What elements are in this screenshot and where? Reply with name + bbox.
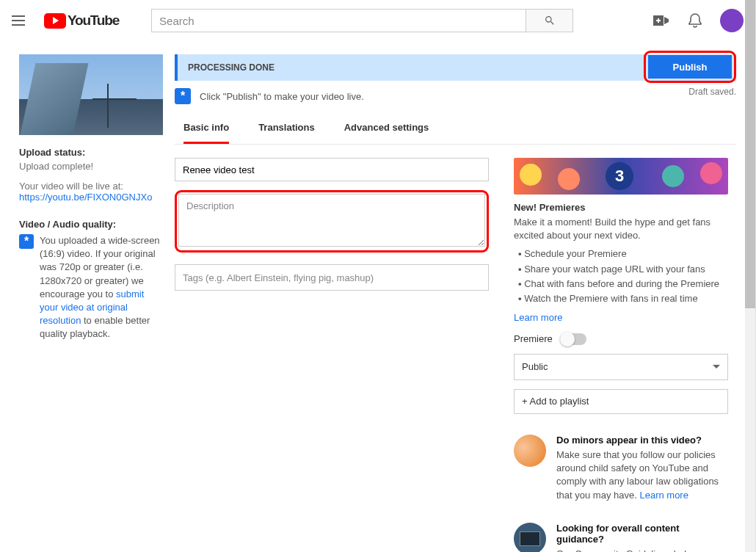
premieres-banner: 3 bbox=[514, 158, 728, 195]
video-quality-heading: Video / Audio quality: bbox=[19, 219, 163, 230]
tabs-bar: Basic info Translations Advanced setting… bbox=[175, 113, 736, 145]
publish-button[interactable]: Publish bbox=[648, 55, 732, 79]
hamburger-menu-icon[interactable] bbox=[12, 12, 29, 29]
video-description-input[interactable] bbox=[178, 194, 485, 247]
premieres-text: Make it a moment! Build the hype and get… bbox=[514, 216, 728, 242]
search-button[interactable] bbox=[526, 9, 573, 32]
search-form bbox=[151, 9, 573, 32]
minors-heading: Do minors appear in this video? bbox=[556, 435, 728, 446]
upload-status-text: Upload complete! bbox=[19, 161, 163, 172]
premieres-learn-more-link[interactable]: Learn more bbox=[514, 312, 562, 323]
premieres-heading: New! Premieres bbox=[514, 202, 728, 213]
youtube-wordmark: YouTube bbox=[68, 12, 119, 29]
visibility-value: Public bbox=[522, 361, 548, 372]
info-asterisk-icon: * bbox=[19, 234, 34, 249]
video-url-link[interactable]: https://youtu.be/FIXON0GNJXo bbox=[19, 192, 152, 203]
guidelines-heading: Looking for overall content guidance? bbox=[556, 523, 728, 545]
app-header: YouTube bbox=[0, 0, 755, 41]
premiere-toggle-label: Premiere bbox=[514, 333, 553, 344]
minors-learn-more-link[interactable]: Learn more bbox=[639, 490, 688, 501]
video-title-input[interactable] bbox=[175, 158, 489, 181]
search-icon bbox=[544, 15, 556, 26]
youtube-play-icon bbox=[44, 13, 66, 29]
minors-icon bbox=[514, 435, 546, 467]
premieres-bullets: Schedule your Premiere Share your watch … bbox=[514, 247, 728, 306]
processing-status-bar: PROCESSING DONE Publish bbox=[175, 54, 736, 81]
tip-asterisk-icon: * bbox=[175, 88, 191, 104]
publish-highlight: Publish bbox=[644, 51, 736, 83]
visibility-select[interactable]: Public bbox=[514, 354, 728, 380]
tab-translations[interactable]: Translations bbox=[258, 113, 315, 144]
vertical-scrollbar[interactable] bbox=[745, 0, 755, 552]
add-to-playlist-button[interactable]: + Add to playlist bbox=[514, 389, 728, 414]
guidelines-text: Our Community Guidelines help you steer … bbox=[556, 548, 728, 552]
user-avatar[interactable] bbox=[720, 9, 744, 32]
tab-basic-info[interactable]: Basic info bbox=[183, 113, 229, 144]
upload-status-heading: Upload status: bbox=[19, 147, 163, 158]
create-video-icon[interactable] bbox=[653, 12, 670, 29]
processing-status-text: PROCESSING DONE bbox=[188, 62, 275, 73]
description-highlight bbox=[175, 190, 489, 253]
chevron-down-icon bbox=[713, 365, 720, 368]
draft-saved-text: Draft saved. bbox=[688, 87, 736, 97]
upload-sidebar: Upload status: Upload complete! Your vid… bbox=[19, 54, 163, 552]
minors-text: Make sure that you follow our policies a… bbox=[556, 448, 728, 502]
publish-tip-text: Click "Publish" to make your video live. bbox=[200, 91, 364, 102]
tab-advanced-settings[interactable]: Advanced settings bbox=[344, 113, 429, 144]
video-thumbnail[interactable] bbox=[19, 54, 163, 135]
youtube-logo[interactable]: YouTube bbox=[44, 12, 119, 29]
guidelines-icon bbox=[514, 523, 546, 552]
search-input[interactable] bbox=[151, 9, 526, 32]
scrollbar-thumb[interactable] bbox=[745, 0, 755, 308]
live-at-label: Your video will be live at: bbox=[19, 181, 163, 192]
countdown-icon: 3 bbox=[606, 162, 633, 190]
video-quality-text: You uploaded a wide-screen (16:9) video.… bbox=[40, 234, 163, 341]
notifications-icon[interactable] bbox=[686, 12, 704, 29]
video-tags-input[interactable] bbox=[175, 264, 489, 291]
premiere-toggle[interactable] bbox=[560, 333, 586, 345]
